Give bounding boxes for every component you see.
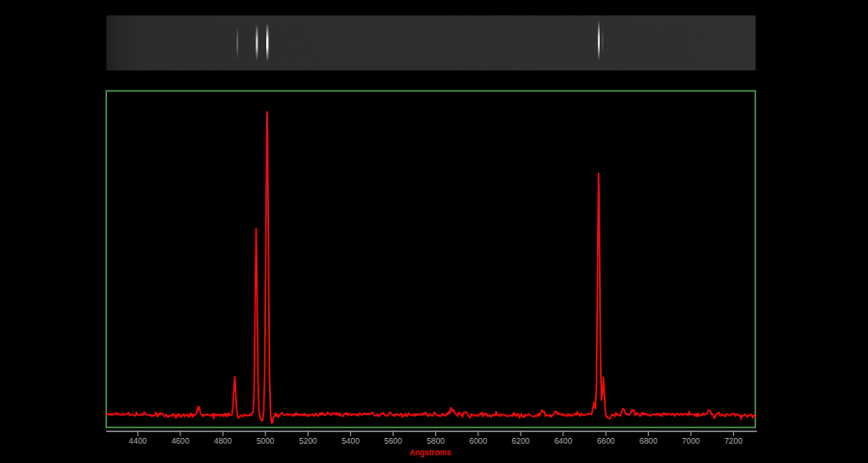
svg-text:6000: 6000 <box>469 436 487 446</box>
svg-text:6200: 6200 <box>512 436 530 446</box>
svg-text:4800: 4800 <box>214 436 232 446</box>
svg-text:5200: 5200 <box>299 436 317 446</box>
svg-text:7000: 7000 <box>682 436 700 446</box>
svg-text:Angstroms: Angstroms <box>409 449 451 457</box>
svg-text:6400: 6400 <box>555 436 573 446</box>
svg-text:5800: 5800 <box>426 436 445 446</box>
svg-text:7200: 7200 <box>724 436 743 446</box>
svg-text:5000: 5000 <box>257 436 275 446</box>
svg-text:4400: 4400 <box>129 436 148 446</box>
svg-text:6600: 6600 <box>597 436 615 446</box>
svg-text:4600: 4600 <box>172 436 190 446</box>
svg-text:6800: 6800 <box>639 436 658 446</box>
svg-text:5400: 5400 <box>341 436 360 446</box>
svg-text:5600: 5600 <box>384 436 402 446</box>
